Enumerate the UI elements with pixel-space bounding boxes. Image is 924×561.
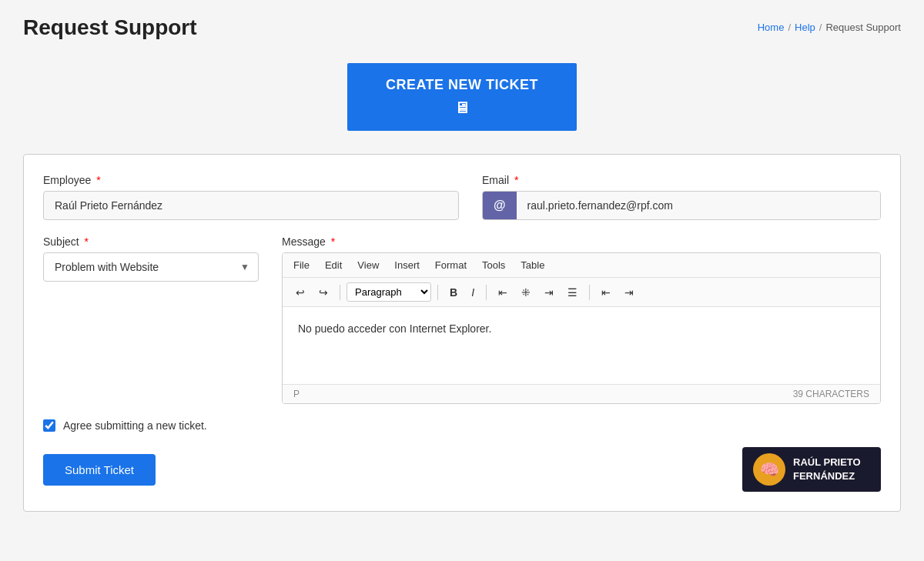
indent-button[interactable]: ⇥: [619, 283, 639, 302]
user-name-line1: RAÚL PRIETO: [793, 456, 861, 469]
avatar: 🧠: [753, 453, 785, 486]
menu-tools[interactable]: Tools: [482, 259, 505, 271]
toolbar-sep3: [486, 285, 487, 300]
email-label: Email *: [482, 174, 881, 186]
toolbar-sep2: [437, 285, 438, 300]
user-name-line2: FERNÁNDEZ: [793, 469, 861, 483]
subject-required: *: [85, 235, 89, 248]
undo-button[interactable]: ↩: [290, 283, 310, 302]
message-label: Message *: [282, 235, 881, 248]
form-row-2: Subject * Problem with Website Technical…: [43, 235, 881, 404]
paragraph-select[interactable]: Paragraph Heading 1 Heading 2: [346, 282, 431, 302]
redo-button[interactable]: ↪: [313, 283, 333, 302]
message-group: Message * File Edit View Insert Format T…: [282, 235, 881, 404]
email-input[interactable]: [517, 192, 880, 219]
toolbar-sep1: [340, 285, 340, 300]
align-center-button[interactable]: ⁜: [516, 283, 536, 302]
employee-input[interactable]: [43, 191, 459, 220]
employee-required: *: [96, 174, 100, 186]
page-title: Request Support: [23, 15, 197, 40]
breadcrumb-sep1: /: [788, 22, 791, 33]
align-left-button[interactable]: ⇤: [493, 283, 513, 302]
breadcrumb-help[interactable]: Help: [795, 22, 815, 33]
outdent-button[interactable]: ⇤: [596, 283, 616, 302]
breadcrumb: Home / Help / Request Support: [758, 15, 901, 33]
form-card: Employee * Email * @ Subject: [23, 154, 901, 512]
breadcrumb-sep2: /: [819, 22, 822, 33]
email-group: Email * @: [482, 174, 881, 220]
editor-tag: P: [293, 389, 300, 399]
breadcrumb-current: Request Support: [825, 22, 901, 33]
subject-select-wrapper: Problem with Website Technical Support B…: [43, 252, 259, 282]
menu-edit[interactable]: Edit: [325, 259, 342, 271]
menu-insert[interactable]: Insert: [394, 259, 420, 271]
breadcrumb-home[interactable]: Home: [758, 22, 785, 33]
char-count: 39 CHARACTERS: [793, 389, 869, 399]
italic-button[interactable]: I: [466, 283, 480, 302]
email-row: @: [482, 191, 881, 220]
ticket-icon: 🖥: [454, 99, 470, 117]
menu-format[interactable]: Format: [435, 259, 467, 271]
employee-label: Employee *: [43, 174, 459, 186]
agree-label[interactable]: Agree submitting a new ticket.: [63, 419, 207, 432]
subject-select[interactable]: Problem with Website Technical Support B…: [43, 252, 259, 282]
agree-checkbox[interactable]: [43, 419, 55, 432]
editor-content[interactable]: No puedo acceder con Internet Explorer.: [283, 307, 880, 384]
align-justify-button[interactable]: ☰: [562, 283, 583, 302]
create-ticket-label: CREATE NEW TICKET: [386, 77, 538, 93]
avatar-icon: 🧠: [760, 460, 779, 479]
header-area: Request Support Home / Help / Request Su…: [23, 15, 901, 40]
menu-view[interactable]: View: [357, 259, 379, 271]
create-ticket-area: CREATE NEW TICKET 🖥: [23, 63, 901, 131]
editor-footer: P 39 CHARACTERS: [283, 384, 880, 403]
email-required: *: [514, 174, 518, 186]
submit-ticket-button[interactable]: Submit Ticket: [43, 454, 156, 486]
create-ticket-button[interactable]: CREATE NEW TICKET 🖥: [347, 63, 577, 131]
subject-group: Subject * Problem with Website Technical…: [43, 235, 259, 404]
user-badge: 🧠 RAÚL PRIETO FERNÁNDEZ: [742, 447, 881, 492]
editor-menubar: File Edit View Insert Format Tools Table: [283, 253, 880, 278]
user-name-block: RAÚL PRIETO FERNÁNDEZ: [793, 456, 861, 483]
bold-button[interactable]: B: [444, 283, 463, 302]
agree-row: Agree submitting a new ticket.: [43, 419, 881, 432]
bottom-row: Submit Ticket 🧠 RAÚL PRIETO FERNÁNDEZ: [43, 447, 881, 492]
employee-group: Employee *: [43, 174, 459, 220]
menu-table[interactable]: Table: [521, 259, 544, 271]
form-row-1: Employee * Email * @: [43, 174, 881, 220]
toolbar-sep4: [589, 285, 590, 300]
menu-file[interactable]: File: [293, 259, 310, 271]
subject-label: Subject *: [43, 235, 259, 248]
message-editor: File Edit View Insert Format Tools Table…: [282, 252, 881, 404]
editor-toolbar: ↩ ↪ Paragraph Heading 1 Heading 2 B I ⇤: [283, 278, 880, 307]
message-required: *: [331, 235, 335, 248]
at-icon: @: [483, 192, 517, 219]
align-right-button[interactable]: ⇥: [539, 283, 559, 302]
